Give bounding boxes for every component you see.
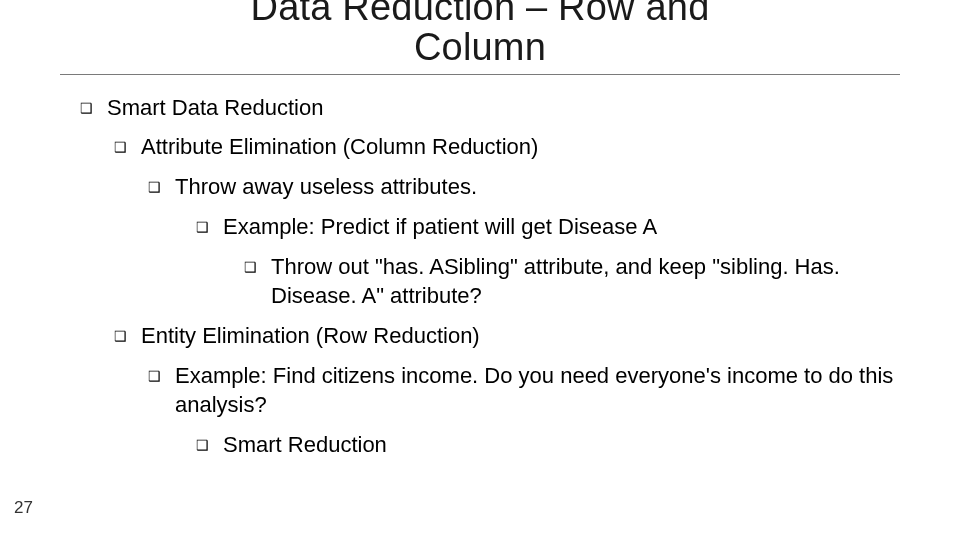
bullet-text: Entity Elimination (Row Reduction) — [141, 321, 920, 351]
bullet-icon: ❑ — [148, 180, 161, 194]
bullet-icon: ❑ — [80, 101, 93, 115]
bullet-text: Attribute Elimination (Column Reduction) — [141, 132, 920, 162]
bullet-icon: ❑ — [196, 438, 209, 452]
bullet-text: Example: Predict if patient will get Dis… — [223, 212, 920, 242]
bullet-level-4: ❑ Throw out "has. ASibling" attribute, a… — [244, 252, 920, 311]
bullet-text: Throw away useless attributes. — [175, 172, 920, 202]
slide-body: ❑ Smart Data Reduction ❑ Attribute Elimi… — [0, 75, 960, 460]
bullet-level-2: ❑ Throw away useless attributes. — [148, 172, 920, 202]
bullet-icon: ❑ — [244, 260, 257, 274]
title-line-1: Data Reduction – Row and — [251, 0, 710, 28]
bullet-level-1: ❑ Attribute Elimination (Column Reductio… — [114, 132, 920, 162]
bullet-level-1: ❑ Entity Elimination (Row Reduction) — [114, 321, 920, 351]
bullet-text: Example: Find citizens income. Do you ne… — [175, 361, 920, 420]
bullet-level-3: ❑ Example: Predict if patient will get D… — [196, 212, 920, 242]
bullet-icon: ❑ — [148, 369, 161, 383]
bullet-level-2: ❑ Example: Find citizens income. Do you … — [148, 361, 920, 420]
bullet-icon: ❑ — [196, 220, 209, 234]
page-number: 27 — [14, 498, 33, 518]
bullet-icon: ❑ — [114, 140, 127, 154]
bullet-text: Smart Reduction — [223, 430, 920, 460]
slide-title: Data Reduction – Row and Column — [0, 0, 960, 74]
bullet-text: Smart Data Reduction — [107, 93, 920, 123]
bullet-level-3: ❑ Smart Reduction — [196, 430, 920, 460]
title-line-2: Column — [414, 26, 546, 68]
slide: Data Reduction – Row and Column ❑ Smart … — [0, 0, 960, 528]
bullet-text: Throw out "has. ASibling" attribute, and… — [271, 252, 920, 311]
bullet-level-0: ❑ Smart Data Reduction — [80, 93, 920, 123]
bullet-icon: ❑ — [114, 329, 127, 343]
